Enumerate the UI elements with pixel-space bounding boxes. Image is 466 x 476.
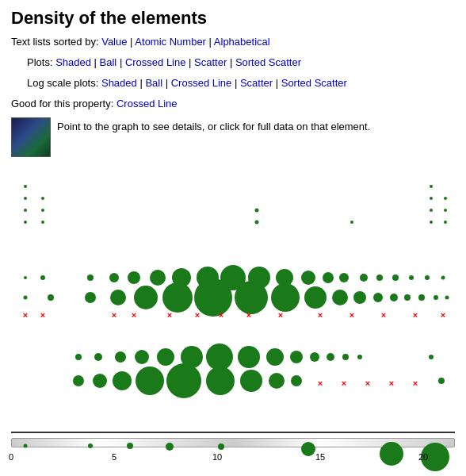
cross-dot: × — [219, 310, 223, 320]
page-container: Density of the elements Text lists sorte… — [0, 0, 466, 476]
dot — [41, 197, 44, 200]
link-log-crossed-line[interactable]: Crossed Line — [171, 77, 232, 89]
thumbnail-image[interactable] — [11, 117, 51, 157]
dot — [353, 291, 366, 304]
dot — [40, 275, 45, 280]
dot — [301, 271, 315, 285]
dot — [430, 209, 433, 212]
good-for-label: Good for this property: — [11, 98, 113, 109]
dot — [390, 294, 398, 301]
cross-dot: × — [195, 310, 200, 320]
dot — [206, 367, 235, 395]
dot — [135, 350, 149, 364]
dot — [115, 351, 126, 363]
dot — [430, 185, 433, 188]
dot — [41, 209, 44, 212]
dot — [444, 209, 447, 212]
dot — [360, 274, 368, 282]
dot — [41, 221, 44, 224]
link-log-sorted-scatter[interactable]: Sorted Scatter — [281, 77, 347, 89]
cross-dot: × — [350, 310, 354, 320]
dot — [255, 221, 259, 225]
tick-label-10: 10 — [212, 452, 222, 462]
x-axis-line — [11, 432, 455, 432]
dot — [162, 282, 193, 313]
dot — [166, 443, 174, 451]
dot — [444, 197, 447, 200]
dot — [136, 367, 164, 395]
link-log-scatter[interactable]: Scatter — [240, 77, 273, 89]
dot — [127, 443, 133, 449]
cross-dot: × — [132, 310, 136, 320]
chart-area: × × × × × × × × × × × × × × — [11, 163, 455, 476]
link-sorted-scatter[interactable]: Sorted Scatter — [235, 56, 301, 68]
dot — [166, 363, 201, 398]
text-lists-row: Text lists sorted by: Value | Atomic Num… — [11, 33, 455, 51]
dot — [128, 271, 140, 284]
dot — [240, 370, 262, 392]
link-atomic-number[interactable]: Atomic Number — [135, 36, 206, 48]
link-crossed-line[interactable]: Crossed Line — [125, 56, 186, 68]
dot — [444, 221, 447, 224]
good-for-row: Good for this property: Crossed Line — [11, 95, 455, 113]
link-scatter[interactable]: Scatter — [194, 56, 227, 68]
link-log-ball[interactable]: Ball — [145, 77, 162, 89]
cross-dot: × — [246, 310, 251, 320]
cross-dot: × — [413, 310, 418, 320]
dot — [339, 273, 349, 282]
dot — [430, 197, 433, 200]
dot — [87, 274, 94, 281]
dot — [323, 272, 334, 283]
dot — [271, 283, 300, 312]
dot — [438, 378, 445, 384]
dot — [357, 355, 362, 359]
dot — [269, 373, 285, 389]
dot — [24, 444, 28, 448]
scatter-plot[interactable]: × × × × × × × × × × × × × × — [11, 163, 455, 433]
dot — [134, 286, 158, 309]
link-value[interactable]: Value — [101, 36, 127, 48]
tick-label-0: 0 — [9, 452, 13, 462]
dot — [409, 275, 414, 280]
link-ball[interactable]: Ball — [100, 56, 117, 68]
cross-dot: × — [389, 378, 394, 388]
dot — [290, 351, 303, 363]
dot — [238, 346, 260, 368]
plots-row: Plots: Shaded | Ball | Crossed Line | Sc… — [11, 54, 455, 71]
log-scale-label: Log scale plots: — [27, 77, 98, 89]
dot — [218, 443, 224, 450]
cross-dot: × — [167, 310, 172, 320]
dot — [113, 371, 132, 390]
tick-label-20: 20 — [418, 452, 428, 462]
tick-label-15: 15 — [315, 452, 325, 462]
dot — [110, 290, 126, 305]
link-good-for[interactable]: Crossed Line — [116, 98, 178, 109]
dot — [445, 296, 449, 300]
dot — [327, 353, 334, 361]
dot — [304, 286, 327, 309]
dot — [392, 274, 399, 281]
dot — [24, 197, 27, 200]
cross-dot: × — [318, 310, 323, 320]
link-log-shaded[interactable]: Shaded — [101, 77, 137, 89]
dot — [310, 352, 319, 362]
dot — [24, 221, 27, 224]
dot — [430, 221, 433, 224]
dot — [85, 292, 96, 303]
cross-dot: × — [40, 310, 45, 320]
dot — [350, 221, 353, 224]
dot — [376, 274, 383, 281]
dot — [24, 296, 28, 300]
plots-label: Plots: — [27, 56, 53, 68]
info-text: Point to the graph to see details, or cl… — [57, 117, 370, 132]
link-shaded[interactable]: Shaded — [55, 56, 91, 68]
dot — [291, 375, 302, 386]
dot — [255, 209, 259, 213]
link-alphabetical[interactable]: Alphabetical — [214, 36, 270, 48]
text-lists-label: Text lists sorted by: — [11, 36, 99, 48]
dot — [88, 443, 93, 448]
dot — [425, 275, 430, 280]
dot — [150, 270, 166, 286]
dot — [235, 281, 268, 314]
cross-dot: × — [381, 310, 386, 320]
